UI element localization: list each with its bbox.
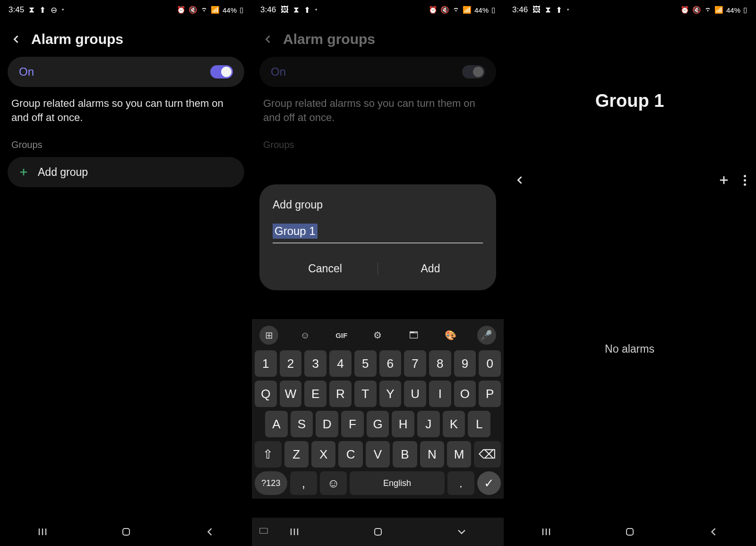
key-v[interactable]: V [366, 441, 390, 468]
master-toggle-row[interactable]: On [8, 57, 244, 87]
key-2[interactable]: 2 [280, 350, 302, 377]
key-r[interactable]: R [329, 381, 352, 407]
key-9[interactable]: 9 [454, 350, 476, 377]
key-a[interactable]: A [265, 411, 288, 437]
key-y[interactable]: Y [379, 381, 402, 407]
kb-sticker-icon[interactable]: ☺ [296, 326, 315, 345]
upload-icon: ⬆ [304, 5, 310, 15]
period-key[interactable]: . [447, 471, 474, 495]
key-c[interactable]: C [338, 441, 362, 468]
svg-rect-5 [123, 529, 129, 535]
kb-row-numbers: 1234567890 [255, 350, 501, 377]
kb-translate-icon[interactable]: 🗔 [404, 326, 423, 345]
key-h[interactable]: H [392, 411, 414, 437]
key-x[interactable]: X [311, 441, 335, 468]
home-icon[interactable] [372, 526, 384, 537]
battery-percent: 44% [726, 6, 740, 14]
home-icon[interactable] [120, 526, 132, 537]
home-icon[interactable] [624, 526, 636, 537]
key-o[interactable]: O [454, 381, 476, 407]
recents-icon[interactable] [288, 525, 301, 538]
key-6[interactable]: 6 [379, 350, 402, 377]
add-group-dialog: Add group Group 1 Cancel Add [259, 184, 496, 290]
svg-rect-6 [260, 528, 268, 533]
back-nav-icon[interactable] [203, 525, 216, 538]
kb-apps-icon[interactable]: ⊞ [259, 326, 278, 345]
add-alarm-icon[interactable] [717, 173, 730, 187]
key-s[interactable]: S [291, 411, 313, 437]
kb-settings-icon[interactable]: ⚙ [368, 326, 387, 345]
status-time: 3:46 [512, 5, 528, 15]
key-7[interactable]: 7 [404, 350, 426, 377]
key-q[interactable]: Q [255, 381, 277, 407]
shift-key[interactable]: ⇧ [255, 441, 282, 468]
emoji-key[interactable]: ☺ [320, 471, 347, 495]
kb-row-bottom: ?123 , ☺ English . ✓ [255, 471, 501, 495]
recents-icon[interactable] [540, 525, 553, 538]
signal-icon: 📶 [211, 6, 220, 14]
screen-group-detail: 3:46 🖼 ⧗ ⬆ • ⏰ 🔇 📶 44% ▯ Group 1 No alar… [504, 0, 756, 546]
wifi-icon [704, 6, 712, 15]
key-k[interactable]: K [443, 411, 465, 437]
image-icon: 🖼 [281, 5, 289, 15]
key-0[interactable]: 0 [479, 350, 501, 377]
key-f[interactable]: F [341, 411, 364, 437]
key-i[interactable]: I [429, 381, 451, 407]
key-3[interactable]: 3 [304, 350, 326, 377]
toggle-label: On [271, 65, 286, 78]
key-t[interactable]: T [354, 381, 377, 407]
wifi-icon [452, 6, 460, 15]
kb-row-asdf: ASDFGHJKL [255, 411, 501, 437]
key-8[interactable]: 8 [429, 350, 451, 377]
space-key[interactable]: English [350, 471, 444, 495]
recents-icon[interactable] [36, 525, 49, 538]
key-u[interactable]: U [404, 381, 426, 407]
key-4[interactable]: 4 [329, 350, 352, 377]
kb-hide-icon[interactable] [455, 525, 468, 538]
kb-mic-icon[interactable]: 🎤 [477, 326, 496, 345]
backspace-key[interactable]: ⌫ [474, 441, 501, 468]
key-w[interactable]: W [280, 381, 302, 407]
image-icon: 🖼 [533, 5, 541, 15]
key-5[interactable]: 5 [354, 350, 377, 377]
key-p[interactable]: P [479, 381, 501, 407]
back-icon[interactable] [9, 33, 23, 46]
symbols-key[interactable]: ?123 [255, 471, 287, 495]
add-group-button[interactable]: Add group [8, 157, 244, 187]
key-n[interactable]: N [420, 441, 444, 468]
more-options-icon[interactable] [744, 175, 746, 186]
status-time: 3:46 [260, 5, 276, 15]
mute-icon: 🔇 [692, 6, 701, 14]
kb-palette-icon[interactable]: 🎨 [441, 326, 460, 345]
signal-icon: 📶 [714, 6, 723, 14]
key-l[interactable]: L [468, 411, 490, 437]
enter-key[interactable]: ✓ [477, 471, 501, 495]
key-m[interactable]: M [447, 441, 471, 468]
key-j[interactable]: J [417, 411, 440, 437]
kb-gif-icon[interactable]: GIF [332, 326, 351, 345]
upload-icon: ⬆ [39, 5, 46, 15]
key-1[interactable]: 1 [255, 350, 277, 377]
status-bar: 3:45 ⧗ ⬆ ⊖ • ⏰ 🔇 📶 44% ▯ [0, 0, 252, 20]
kb-switch-icon[interactable] [258, 525, 269, 537]
header: Alarm groups [0, 20, 252, 57]
key-g[interactable]: G [367, 411, 389, 437]
signal-icon: 📶 [463, 6, 472, 14]
battery-icon: ▯ [491, 6, 495, 14]
battery-icon: ▯ [743, 6, 747, 14]
back-icon[interactable] [513, 173, 526, 187]
description-text: Group related alarms so you can turn the… [252, 87, 504, 124]
key-z[interactable]: Z [284, 441, 309, 468]
empty-state-text: No alarms [504, 343, 756, 355]
add-button[interactable]: Add [378, 256, 483, 282]
key-e[interactable]: E [304, 381, 326, 407]
kb-row-zxcv: ⇧ ZXCVBNM ⌫ [255, 441, 501, 468]
key-b[interactable]: B [393, 441, 417, 468]
key-d[interactable]: D [316, 411, 338, 437]
back-nav-icon[interactable] [707, 525, 720, 538]
group-name-input[interactable]: Group 1 [273, 224, 318, 239]
comma-key[interactable]: , [290, 471, 317, 495]
cancel-button[interactable]: Cancel [273, 256, 378, 282]
toggle-switch[interactable] [210, 65, 233, 78]
hourglass-icon: ⧗ [545, 5, 551, 15]
